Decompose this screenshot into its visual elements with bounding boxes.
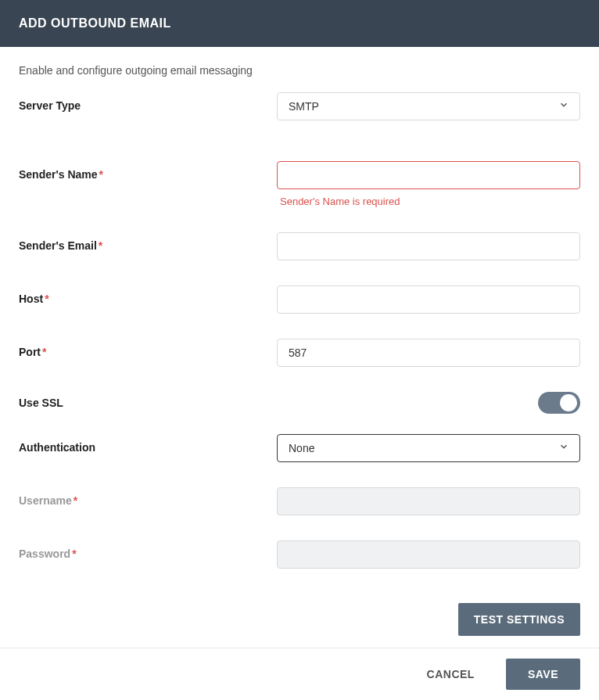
field-username: [277, 487, 580, 515]
sender-name-error: Sender's Name is required: [277, 196, 580, 207]
field-sender-name: Sender's Name is required: [277, 161, 580, 207]
field-row-sender-email: Sender's Email*: [19, 232, 580, 260]
required-marker: *: [72, 547, 76, 560]
field-row-use-ssl: Use SSL: [19, 392, 580, 414]
required-marker: *: [74, 494, 77, 507]
field-row-password: Password*: [19, 540, 580, 569]
dialog-header: ADD OUTBOUND EMAIL: [0, 0, 599, 47]
label-sender-email: Sender's Email*: [19, 232, 277, 252]
field-row-authentication: Authentication None: [19, 434, 580, 462]
required-marker: *: [99, 168, 103, 181]
use-ssl-toggle[interactable]: [538, 392, 580, 414]
field-authentication: None: [277, 434, 580, 462]
field-sender-email: [277, 232, 580, 260]
field-row-server-type: Server Type SMTP: [19, 92, 580, 120]
test-button-row: TEST SETTINGS: [19, 603, 580, 636]
required-marker: *: [45, 293, 48, 305]
field-host: [277, 285, 580, 314]
field-port: [277, 339, 580, 367]
dialog-content: Enable and configure outgoing email mess…: [0, 47, 599, 653]
server-type-select[interactable]: SMTP: [277, 92, 580, 120]
field-password: [277, 540, 580, 569]
authentication-value: None: [289, 442, 314, 454]
sender-email-input[interactable]: [277, 232, 580, 260]
label-password: Password*: [19, 540, 277, 560]
label-authentication: Authentication: [19, 434, 277, 454]
port-input[interactable]: [277, 339, 580, 367]
required-marker: *: [42, 346, 46, 358]
dialog-title: ADD OUTBOUND EMAIL: [19, 16, 171, 30]
field-row-port: Port*: [19, 339, 580, 367]
authentication-select[interactable]: None: [277, 434, 580, 462]
password-input: [277, 540, 580, 569]
label-use-ssl: Use SSL: [19, 397, 63, 409]
save-button[interactable]: SAVE: [506, 659, 580, 690]
cancel-button[interactable]: CANCEL: [411, 658, 490, 691]
host-input[interactable]: [277, 285, 580, 314]
toggle-knob: [560, 394, 577, 411]
field-row-username: Username*: [19, 487, 580, 515]
field-server-type: SMTP: [277, 92, 580, 120]
label-username: Username*: [19, 487, 277, 507]
required-marker: *: [99, 239, 102, 252]
field-row-host: Host*: [19, 285, 580, 314]
server-type-value: SMTP: [289, 100, 319, 113]
label-sender-name: Sender's Name*: [19, 161, 277, 181]
username-input: [277, 487, 580, 515]
test-settings-button[interactable]: TEST SETTINGS: [458, 603, 580, 636]
dialog-footer: CANCEL SAVE: [0, 648, 599, 700]
description-text: Enable and configure outgoing email mess…: [19, 64, 580, 77]
field-row-sender-name: Sender's Name* Sender's Name is required: [19, 161, 580, 207]
label-host: Host*: [19, 285, 277, 305]
sender-name-input[interactable]: [277, 161, 580, 189]
label-server-type: Server Type: [19, 92, 277, 112]
label-port: Port*: [19, 339, 277, 358]
